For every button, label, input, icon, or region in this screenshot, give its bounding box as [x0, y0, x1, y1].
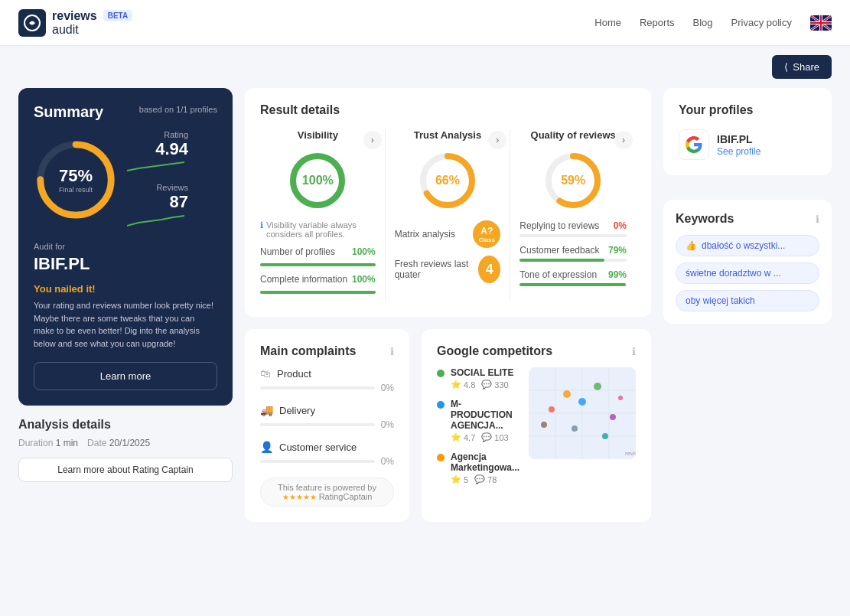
complaint-delivery: 🚚 Delivery 0% [260, 404, 394, 430]
comp2-name: M-PRODUCTION AGENCJA... [451, 399, 519, 431]
product-pct: 0% [381, 383, 394, 393]
nailed-it: You nailed it! [34, 283, 217, 295]
visibility-chevron[interactable]: › [363, 131, 382, 149]
reply-value: 0% [614, 220, 627, 231]
profiles-value: 100% [352, 246, 376, 257]
trust-donut: 66% [395, 150, 501, 211]
duration-label: Duration [18, 438, 53, 448]
comp1-dot [437, 370, 445, 377]
delivery-name: Delivery [279, 405, 315, 416]
keyword-2: świetne doradztwo w ... [676, 262, 819, 284]
matrix-label: Matrix analysis [395, 229, 455, 240]
learn-more-button[interactable]: Learn more [34, 362, 217, 390]
logo-icon [18, 9, 46, 37]
reviews-value: 87 [127, 192, 188, 212]
keywords-info-icon[interactable]: ℹ [816, 213, 819, 225]
complete-value: 100% [352, 274, 376, 285]
product-name: Product [277, 368, 311, 380]
logo-area: reviews BETA audit [18, 9, 132, 37]
comp1-name: SOCIAL ELITE [451, 367, 513, 378]
profiles-title: Your profiles [679, 103, 816, 117]
delivery-icon: 🚚 [260, 404, 273, 416]
fresh-row: Fresh reviews last quater 4 [395, 256, 501, 283]
share-button[interactable]: ⟨ Share [772, 55, 832, 79]
right-panel: Your profiles IBIF.PL See profile Keywor… [663, 88, 832, 522]
keyword1-icon: 👍 [686, 240, 697, 251]
rating-label: Rating [127, 130, 188, 139]
matrix-row: Matrix analysis A? Class [395, 220, 501, 248]
google-icon [679, 129, 709, 160]
matrix-grade: A? [479, 226, 495, 236]
trust-pct: 66% [435, 174, 460, 187]
fresh-badge: 4 [478, 256, 500, 283]
nav-blog[interactable]: Blog [693, 17, 713, 28]
comp3-rating: ⭐ 5 [451, 474, 468, 484]
flag-icon [810, 15, 832, 31]
nav-privacy[interactable]: Privacy policy [731, 17, 792, 28]
powered-name: RatingCaptain [319, 492, 373, 501]
profile-info: IBIF.PL See profile [717, 133, 760, 157]
header: reviews BETA audit Home Reports Blog Pri… [0, 0, 850, 46]
comp3-reviews: 💬 78 [474, 474, 497, 484]
result-details-title: Result details [260, 103, 636, 117]
comp2-dot [437, 401, 445, 409]
svg-point-28 [549, 406, 555, 412]
visibility-col: Visibility › 100% ℹ Visibility variable … [260, 129, 386, 301]
quality-chevron[interactable]: › [614, 131, 633, 149]
result-grid: Visibility › 100% ℹ Visibility variable … [260, 129, 636, 301]
rating-captain-button[interactable]: Learn more about Rating Captain [18, 458, 233, 482]
quality-pct: 59% [561, 174, 585, 187]
nav-reports[interactable]: Reports [640, 17, 675, 28]
audit-for-label: Audit for [34, 242, 217, 251]
tone-label: Tone of expression [519, 269, 597, 280]
analysis-meta: Duration 1 min Date 20/1/2025 [18, 438, 233, 448]
svg-rect-9 [810, 22, 832, 24]
keyword-1: 👍 dbałość o wszystki... [676, 235, 819, 256]
svg-point-32 [618, 396, 623, 400]
competitors-card: Google competitors ℹ SOCIAL ELITE ⭐ 4.8 … [422, 329, 651, 522]
profile-link[interactable]: See profile [717, 146, 760, 157]
competitors-info-icon[interactable]: ℹ [632, 346, 636, 357]
logo-audit-text: audit [52, 23, 132, 37]
left-panel: Summary based on 1/1 profiles 75% Final … [18, 88, 233, 522]
share-label: Share [793, 61, 819, 73]
tone-value: 99% [608, 269, 627, 280]
comp3-name: Agencja Marketingowa... [451, 451, 519, 473]
competitors-content: SOCIAL ELITE ⭐ 4.8 💬 330 M-PRODUCTION AG… [437, 367, 636, 494]
reviews-sparkline [127, 212, 188, 227]
summary-title: Summary [34, 103, 103, 121]
keyword-tags: 👍 dbałość o wszystki... świetne doradztw… [676, 235, 819, 311]
profile-name: IBIF.PL [717, 133, 760, 145]
trust-chevron[interactable]: › [488, 131, 506, 149]
competitor-2: M-PRODUCTION AGENCJA... ⭐ 4.7 💬 103 [437, 399, 519, 442]
keyword1-text: dbałość o wszystki... [702, 240, 785, 251]
complaints-card: Main complaints ℹ 🛍 Product 0% 🚚 [245, 329, 409, 522]
analysis-details: Analysis details Duration 1 min Date 20/… [18, 418, 233, 482]
service-name: Customer service [279, 442, 357, 453]
rating-sparkline [127, 159, 188, 174]
date-label: Date [87, 438, 106, 448]
final-score-circle: 75% Final result [34, 138, 118, 222]
visibility-note: ℹ Visibility variable always considers a… [260, 220, 376, 239]
complaints-info-icon[interactable]: ℹ [390, 346, 394, 357]
nav-home[interactable]: Home [594, 17, 621, 28]
trust-col: Trust Analysis › 66% Matrix analysis [386, 129, 511, 301]
powered-by: This feature is powered by ★★★★★ RatingC… [260, 477, 394, 507]
visibility-donut: 100% [260, 150, 376, 211]
rating-reviews: Rating 4.94 Reviews 87 [127, 130, 188, 230]
beta-badge: BETA [103, 10, 132, 21]
service-pct: 0% [381, 456, 394, 467]
powered-text: This feature is powered by [278, 483, 376, 492]
main-layout: Summary based on 1/1 profiles 75% Final … [0, 79, 850, 540]
logo-text: reviews BETA audit [52, 9, 132, 36]
final-label: Final result [59, 186, 93, 194]
competitors-list: SOCIAL ELITE ⭐ 4.8 💬 330 M-PRODUCTION AG… [437, 367, 519, 494]
svg-point-25 [578, 398, 586, 406]
quality-donut: 59% [519, 150, 627, 211]
trust-title: Trust Analysis [414, 129, 481, 141]
final-pct: 75% [59, 166, 93, 186]
svg-point-31 [541, 422, 547, 428]
visibility-title: Visibility [298, 129, 338, 141]
keywords-title: Keywords [676, 212, 734, 226]
svg-point-24 [594, 383, 601, 390]
